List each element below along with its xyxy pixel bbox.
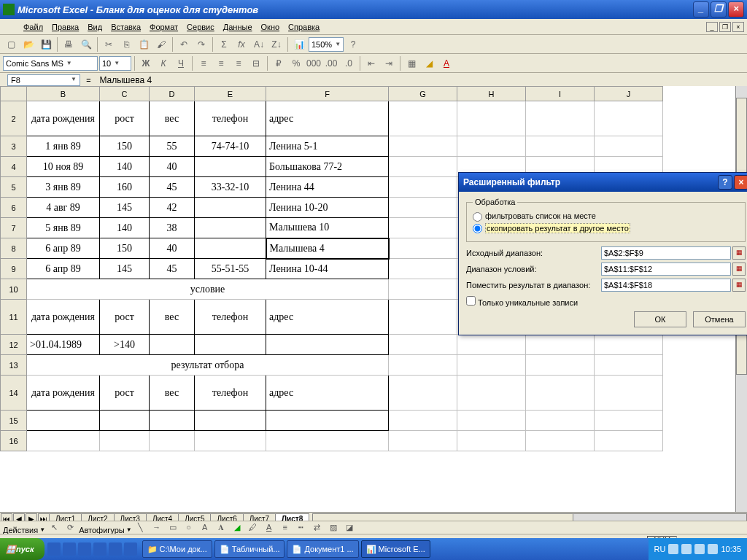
print-icon[interactable]: 🖶: [61, 36, 77, 52]
minimize-button[interactable]: _: [693, 1, 709, 18]
undo-icon[interactable]: ↶: [176, 36, 192, 52]
cell-H3[interactable]: [457, 136, 526, 157]
open-icon[interactable]: 📂: [20, 36, 36, 52]
cell-D5[interactable]: 45: [150, 177, 195, 198]
cell-B7[interactable]: 5 янв 89: [27, 218, 100, 238]
font-name-combo[interactable]: Comic Sans MS▼: [3, 56, 98, 71]
sort-asc-icon[interactable]: A↓: [251, 36, 267, 52]
quick-launch[interactable]: [47, 542, 137, 556]
dialog-help-button[interactable]: ?: [718, 175, 732, 190]
cell-D6[interactable]: 42: [150, 198, 195, 218]
cell-B15[interactable]: [27, 411, 100, 431]
cell-C5[interactable]: 160: [100, 177, 150, 198]
menu-tools[interactable]: Сервис: [182, 20, 219, 34]
cell-H2[interactable]: [457, 101, 526, 136]
font-color-icon[interactable]: A: [438, 55, 454, 71]
cell-B4[interactable]: 10 ноя 89: [27, 157, 100, 177]
cell-D15[interactable]: [150, 411, 195, 431]
cell-D12[interactable]: [150, 335, 195, 355]
menu-window[interactable]: Окно: [257, 20, 285, 34]
cell-F2[interactable]: адрес: [266, 101, 389, 136]
drawing-actions-menu[interactable]: Действия: [3, 526, 38, 534]
input-criteria-range[interactable]: [601, 262, 731, 276]
doc-minimize-button[interactable]: _: [706, 22, 718, 32]
font-size-combo[interactable]: 10▼: [99, 56, 131, 71]
ok-button[interactable]: ОК: [634, 311, 686, 327]
merge-icon[interactable]: ⊟: [248, 55, 264, 71]
cell-F6[interactable]: Ленина 10-20: [266, 198, 389, 218]
doc-restore-button[interactable]: ❐: [719, 22, 731, 32]
cell[interactable]: [389, 355, 457, 376]
percent-icon[interactable]: %: [288, 55, 304, 71]
cell-D7[interactable]: 38: [150, 218, 195, 238]
cell-G5[interactable]: [389, 177, 457, 198]
decrease-decimal-icon[interactable]: .0: [341, 55, 357, 71]
row-header-13[interactable]: 13: [1, 355, 27, 376]
menu-insert[interactable]: Вставка: [107, 20, 145, 34]
cell-B5[interactable]: 3 янв 89: [27, 177, 100, 198]
cell-C16[interactable]: [100, 431, 150, 451]
cell-F8[interactable]: Малышева 4: [266, 238, 389, 259]
cancel-button[interactable]: Отмена: [693, 311, 746, 327]
cell-F12[interactable]: [266, 335, 389, 355]
cell-F9[interactable]: Ленина 10-44: [266, 259, 389, 279]
cell-merged-10[interactable]: условие: [27, 279, 389, 300]
fill-color-icon[interactable]: ◢: [421, 55, 437, 71]
bold-icon[interactable]: Ж: [138, 55, 154, 71]
row-header-5[interactable]: 5: [1, 177, 27, 198]
input-source-range[interactable]: [601, 246, 731, 260]
formula-input[interactable]: Малышева 4: [96, 74, 747, 86]
cell-G11[interactable]: [389, 300, 457, 335]
col-header-J[interactable]: J: [595, 87, 663, 101]
row-header-11[interactable]: 11: [1, 300, 27, 335]
taskbar-task-word1[interactable]: 📄 Табличный...: [214, 540, 285, 558]
col-header-E[interactable]: E: [195, 87, 266, 101]
autoshapes-menu[interactable]: Автофигуры: [79, 526, 125, 534]
menu-help[interactable]: Справка: [284, 20, 324, 34]
cell[interactable]: [595, 355, 663, 376]
cell-B9[interactable]: 6 апр 89: [27, 259, 100, 279]
cell-J16[interactable]: [595, 431, 663, 451]
cell-G16[interactable]: [389, 431, 457, 451]
cell-E16[interactable]: [195, 431, 266, 451]
cell-D11[interactable]: вес: [150, 300, 195, 335]
cell-F16[interactable]: [266, 431, 389, 451]
tray-icon[interactable]: [668, 544, 678, 554]
row-header-2[interactable]: 2: [1, 101, 27, 136]
input-copyto-range[interactable]: [601, 279, 731, 292]
tray-icon[interactable]: [681, 544, 692, 554]
cell-I3[interactable]: [526, 136, 595, 157]
cell-E15[interactable]: [195, 411, 266, 431]
save-icon[interactable]: 💾: [38, 36, 54, 52]
row-header-3[interactable]: 3: [1, 136, 27, 157]
radio-filter-inplace[interactable]: фильтровать список на месте: [473, 211, 739, 222]
cell-J12[interactable]: [595, 335, 663, 355]
cell-E8[interactable]: [195, 238, 266, 259]
cell-B12[interactable]: >01.04.1989: [27, 335, 100, 355]
redo-icon[interactable]: ↷: [193, 36, 209, 52]
cell-H16[interactable]: [457, 431, 526, 451]
cell-J15[interactable]: [595, 411, 663, 431]
cell-I14[interactable]: [526, 376, 595, 411]
menu-format[interactable]: Формат: [145, 20, 182, 34]
cell-E14[interactable]: телефон: [195, 376, 266, 411]
row-header-6[interactable]: 6: [1, 198, 27, 218]
cell-E12[interactable]: [195, 335, 266, 355]
col-header-H[interactable]: H: [457, 87, 526, 101]
col-header-F[interactable]: F: [266, 87, 389, 101]
cell-E6[interactable]: [195, 198, 266, 218]
decrease-indent-icon[interactable]: ⇤: [363, 55, 379, 71]
row-header-15[interactable]: 15: [1, 411, 27, 431]
cell-F7[interactable]: Малышева 10: [266, 218, 389, 238]
row-header-4[interactable]: 4: [1, 157, 27, 177]
cell-C9[interactable]: 145: [100, 259, 150, 279]
col-header-D[interactable]: D: [150, 87, 195, 101]
refedit-source-icon[interactable]: ▦: [732, 246, 746, 260]
cell-J2[interactable]: [595, 101, 663, 136]
cell-E4[interactable]: [195, 157, 266, 177]
currency-icon[interactable]: ₽: [271, 55, 287, 71]
cell-E3[interactable]: 74-74-10: [195, 136, 266, 157]
row-header-14[interactable]: 14: [1, 376, 27, 411]
fx-icon[interactable]: fx: [233, 36, 249, 52]
cell-G2[interactable]: [389, 101, 457, 136]
